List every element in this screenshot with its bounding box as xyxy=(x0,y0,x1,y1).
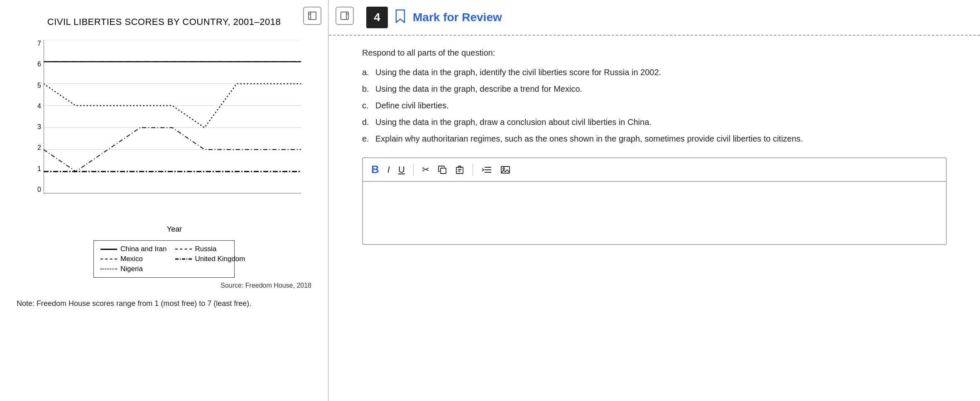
bold-button[interactable]: B xyxy=(369,161,382,178)
editor-wrapper: B I U ✂ xyxy=(362,157,947,245)
legend-box: China and Iran Russia Mexico United King… xyxy=(93,240,235,278)
legend-label-uk: United Kingdom xyxy=(195,255,245,263)
toolbar-separator-1 xyxy=(413,164,414,176)
svg-rect-31 xyxy=(341,12,348,20)
legend-uk: United Kingdom xyxy=(175,255,245,263)
editor-toolbar: B I U ✂ xyxy=(363,158,946,182)
left-panel: CIVIL LIBERTIES SCORES BY COUNTRY, 2001–… xyxy=(0,0,328,401)
question-item-d: d. Using the data in the graph, draw a c… xyxy=(362,116,947,128)
legend-label-china-iran: China and Iran xyxy=(120,245,167,253)
italic-button[interactable]: I xyxy=(385,163,392,177)
question-item-c: c. Define civil liberties. xyxy=(362,99,947,112)
legend-nigeria: Nigeria xyxy=(100,265,167,273)
underline-button[interactable]: U xyxy=(396,163,407,177)
question-item-a: a. Using the data in the graph, identify… xyxy=(362,66,947,78)
y-label-2: 2 xyxy=(37,144,41,152)
legend-russia: Russia xyxy=(175,245,245,253)
question-item-e: e. Explain why authoritarian regimes, su… xyxy=(362,132,947,145)
right-panel: 4 Mark for Review Respond to all parts o… xyxy=(329,0,980,401)
mark-for-review-label[interactable]: Mark for Review xyxy=(413,11,502,24)
chart-svg: 2002 2004 2006 2008 2010 2012 2014 2016 … xyxy=(44,40,301,193)
y-label-4: 4 xyxy=(37,103,41,110)
question-header: 4 Mark for Review xyxy=(329,0,980,36)
svg-rect-34 xyxy=(441,168,446,174)
image-button[interactable] xyxy=(498,164,513,176)
svg-rect-35 xyxy=(456,167,463,174)
y-label-1: 1 xyxy=(37,165,41,173)
cut-button[interactable]: ✂ xyxy=(419,163,432,177)
legend-mexico: Mexico xyxy=(100,255,167,263)
y-label-3: 3 xyxy=(37,123,41,131)
x-axis-label: Year xyxy=(37,225,311,234)
y-label-5: 5 xyxy=(37,82,41,89)
question-number: 4 xyxy=(366,7,388,28)
legend-china-iran: China and Iran xyxy=(100,245,167,253)
chart-container: 7 6 5 4 3 2 1 0 xyxy=(23,36,305,210)
y-axis: 7 6 5 4 3 2 1 0 xyxy=(23,40,41,193)
toolbar-separator-2 xyxy=(473,164,473,176)
editor-area[interactable] xyxy=(363,182,946,244)
q-letter-c: c. xyxy=(362,99,372,112)
note-text: Note: Freedom House scores range from 1 … xyxy=(17,299,311,308)
q-text-e: Explain why authoritarian regimes, such … xyxy=(375,132,803,145)
q-text-d: Using the data in the graph, draw a conc… xyxy=(375,116,652,128)
expand-left-icon[interactable] xyxy=(303,7,321,25)
legend-label-russia: Russia xyxy=(195,245,217,253)
source-text: Source: Freedom House, 2018 xyxy=(17,282,311,289)
legend-line-uk xyxy=(175,257,192,261)
expand-right-icon[interactable] xyxy=(336,7,354,25)
paste-button[interactable] xyxy=(453,164,467,176)
legend-line-dash xyxy=(175,249,192,250)
y-label-0: 0 xyxy=(37,186,41,193)
chart-title: CIVIL LIBERTIES SCORES BY COUNTRY, 2001–… xyxy=(17,17,311,27)
chart-area: 2002 2004 2006 2008 2010 2012 2014 2016 … xyxy=(44,40,301,193)
legend-label-mexico: Mexico xyxy=(120,255,143,263)
y-label-7: 7 xyxy=(37,40,41,47)
legend-label-nigeria: Nigeria xyxy=(120,265,143,273)
q-text-a: Using the data in the graph, identify th… xyxy=(375,66,661,78)
question-list: a. Using the data in the graph, identify… xyxy=(362,66,947,145)
question-item-b: b. Using the data in the graph, describe… xyxy=(362,83,947,95)
q-letter-a: a. xyxy=(362,66,372,78)
copy-button[interactable] xyxy=(435,164,449,176)
indent-button[interactable] xyxy=(479,164,495,176)
y-label-6: 6 xyxy=(37,61,41,68)
q-letter-e: e. xyxy=(362,132,372,145)
bookmark-icon[interactable] xyxy=(394,9,406,26)
legend-line-solid xyxy=(100,249,117,250)
q-letter-b: b. xyxy=(362,83,372,95)
legend-line-dot xyxy=(100,269,117,270)
q-letter-d: d. xyxy=(362,116,372,128)
question-body: Respond to all parts of the question: a.… xyxy=(329,36,980,393)
q-text-b: Using the data in the graph, describe a … xyxy=(375,83,582,95)
svg-rect-0 xyxy=(309,12,316,20)
legend-line-dashdot xyxy=(100,259,117,260)
q-text-c: Define civil liberties. xyxy=(375,99,449,112)
respond-text: Respond to all parts of the question: xyxy=(362,48,947,58)
svg-point-42 xyxy=(503,168,505,169)
